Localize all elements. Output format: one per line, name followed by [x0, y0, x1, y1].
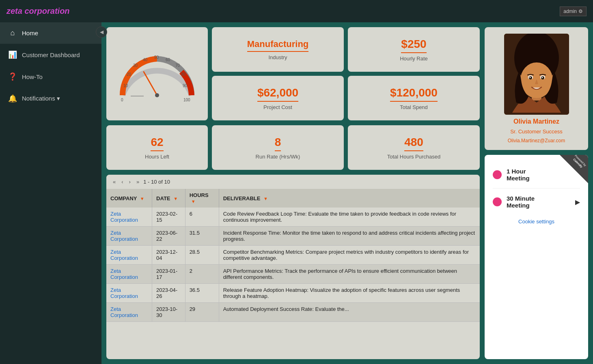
- run-rate-label: Run Rate (Hrs/Wk): [256, 154, 300, 160]
- main-panel: 0 10 20 30 40 50 60 70 80 90 100: [106, 27, 480, 359]
- brand-title: zeta corporation: [6, 6, 70, 16]
- table-row: Zeta Corporation 2023-01-17 2 API Perfor…: [106, 265, 480, 284]
- project-cost-value: $62,000: [257, 86, 298, 102]
- table-section: « ‹ › » 1 - 10 of 10 COMPANY ▼ DATE ▼ HO…: [106, 175, 480, 359]
- hourly-rate-label: Hourly Rate: [400, 56, 428, 62]
- col-hours[interactable]: HOURS ▼: [185, 189, 219, 208]
- date-filter-icon[interactable]: ▼: [173, 196, 178, 201]
- calendly-badge-container: Powered by Calendly: [560, 155, 588, 183]
- table-row: Zeta Corporation 2023-02-15 6 Code Revie…: [106, 208, 480, 227]
- sidebar-item-customer-dashboard-label: Customer Dashboard: [22, 51, 80, 58]
- cell-date: 2023-01-17: [152, 265, 185, 284]
- meeting-divider: [493, 188, 580, 188]
- sidebar-item-notifications[interactable]: 🔔 Notifications ▾: [0, 88, 101, 109]
- table-nav: « ‹ › » 1 - 10 of 10: [106, 175, 480, 189]
- deliverable-filter-icon[interactable]: ▼: [263, 196, 268, 201]
- cell-hours: 31.5: [185, 227, 219, 246]
- svg-text:50: 50: [154, 55, 159, 60]
- cell-company: Zeta Corporation: [106, 246, 152, 265]
- col-company[interactable]: COMPANY ▼: [106, 189, 152, 208]
- meeting-dot-1: [493, 170, 502, 179]
- col-deliverable[interactable]: DELIVERABLE ▼: [219, 189, 480, 208]
- sidebar-item-how-to[interactable]: ❓ How-To: [0, 66, 101, 88]
- gauge-card: 0 10 20 30 40 50 60 70 80 90 100: [106, 27, 208, 120]
- cell-deliverable: Incident Response Time: Monitor the time…: [219, 227, 480, 246]
- first-page-button[interactable]: «: [111, 178, 117, 186]
- hourly-rate-value: $250: [401, 38, 426, 53]
- total-hours-label: Total Hours Purchased: [387, 154, 441, 160]
- svg-point-1: [155, 93, 159, 97]
- cell-deliverable: Automated Deployment Success Rate: Evalu…: [219, 303, 480, 322]
- total-hours-value: 480: [404, 136, 423, 151]
- industry-label: Industry: [268, 54, 287, 60]
- svg-line-0: [144, 72, 157, 95]
- project-cost-label: Project Cost: [263, 104, 292, 110]
- table-scroll[interactable]: COMPANY ▼ DATE ▼ HOURS ▼ DELIVERABLE ▼ Z…: [106, 189, 480, 359]
- content-area: 0 10 20 30 40 50 60 70 80 90 100: [101, 22, 593, 364]
- svg-text:0: 0: [121, 98, 123, 102]
- right-panel: Olivia Martinez Sr. Customer Success Oli…: [485, 27, 588, 359]
- sidebar-toggle[interactable]: ◀: [96, 26, 107, 38]
- gear-icon: ⚙: [578, 9, 583, 14]
- svg-text:100: 100: [183, 98, 190, 102]
- sidebar: ◀ ⌂ Home 📊 Customer Dashboard ❓ How-To 🔔…: [0, 22, 101, 364]
- company-filter-icon[interactable]: ▼: [140, 196, 144, 201]
- hourly-rate-card: $250 Hourly Rate: [348, 27, 480, 72]
- cell-date: 2023-04-26: [152, 284, 185, 303]
- cell-hours: 29: [185, 303, 219, 322]
- cell-deliverable: Code Review Feedback Loop Time: Evaluate…: [219, 208, 480, 227]
- total-spend-value: $120,000: [390, 86, 438, 102]
- svg-text:10: 10: [123, 84, 128, 88]
- cell-hours: 28.5: [185, 246, 219, 265]
- cell-deliverable: Release Feature Adoption Heatmap: Visual…: [219, 284, 480, 303]
- industry-value: Manufacturing: [247, 39, 309, 52]
- svg-point-24: [529, 77, 530, 78]
- industry-card: Manufacturing Industry: [212, 27, 344, 72]
- admin-button[interactable]: admin ⚙: [560, 6, 587, 16]
- run-rate-card: 8 Run Rate (Hrs/Wk): [212, 125, 344, 170]
- table-row: Zeta Corporation 2023-12-04 28.5 Competi…: [106, 246, 480, 265]
- meeting-arrow-icon[interactable]: ▶: [575, 198, 580, 206]
- svg-text:60: 60: [166, 58, 170, 62]
- cell-company: Zeta Corporation: [106, 265, 152, 284]
- meeting-item-30min[interactable]: 30 MinuteMeeting ▶: [493, 190, 580, 214]
- run-rate-value: 8: [275, 136, 281, 151]
- calendly-card: Powered by Calendly 1 HourMeeting 30 Min…: [485, 155, 588, 359]
- next-page-button[interactable]: ›: [127, 178, 132, 186]
- svg-text:20: 20: [127, 72, 132, 77]
- total-spend-card: $120,000 Total Spend: [348, 76, 480, 120]
- cookie-settings-link[interactable]: Cookie settings: [493, 218, 580, 225]
- table-row: Zeta Corporation 2023-04-26 36.5 Release…: [106, 284, 480, 303]
- sidebar-item-customer-dashboard[interactable]: 📊 Customer Dashboard: [0, 44, 101, 66]
- svg-text:80: 80: [181, 72, 186, 77]
- cell-date: 2023-10-30: [152, 303, 185, 322]
- topbar: zeta corporation admin ⚙: [0, 0, 593, 22]
- cell-hours: 6: [185, 208, 219, 227]
- cell-company: Zeta Corporation: [106, 303, 152, 322]
- hours-left-card: 62 Hours Left: [106, 125, 208, 170]
- sidebar-item-how-to-label: How-To: [22, 73, 43, 80]
- profile-title: Sr. Customer Success: [510, 128, 563, 135]
- cell-deliverable: Competitor Benchmarking Metrics: Compare…: [219, 246, 480, 265]
- hours-filter-icon[interactable]: ▼: [191, 199, 196, 204]
- table-row: Zeta Corporation 2023-06-22 31.5 Inciden…: [106, 227, 480, 246]
- meeting-label-30min: 30 MinuteMeeting: [507, 195, 570, 209]
- sidebar-item-home[interactable]: ⌂ Home: [0, 22, 101, 44]
- last-page-button[interactable]: »: [135, 178, 141, 186]
- prev-page-button[interactable]: ‹: [120, 178, 125, 186]
- col-date[interactable]: DATE ▼: [152, 189, 185, 208]
- hours-left-value: 62: [151, 136, 163, 151]
- cell-company: Zeta Corporation: [106, 284, 152, 303]
- table-row: Zeta Corporation 2023-10-30 29 Automated…: [106, 303, 480, 322]
- profile-card: Olivia Martinez Sr. Customer Success Oli…: [485, 27, 588, 150]
- main-layout: ◀ ⌂ Home 📊 Customer Dashboard ❓ How-To 🔔…: [0, 22, 593, 364]
- cell-deliverable: API Performance Metrics: Track the perfo…: [219, 265, 480, 284]
- svg-text:30: 30: [133, 63, 138, 68]
- sidebar-item-home-label: Home: [22, 30, 38, 36]
- total-hours-card: 480 Total Hours Purchased: [348, 125, 480, 170]
- pagination-info: 1 - 10 of 10: [143, 179, 170, 185]
- data-table: COMPANY ▼ DATE ▼ HOURS ▼ DELIVERABLE ▼ Z…: [106, 189, 480, 322]
- profile-image: [504, 34, 569, 115]
- meeting-dot-2: [493, 197, 502, 206]
- home-icon: ⌂: [8, 29, 17, 37]
